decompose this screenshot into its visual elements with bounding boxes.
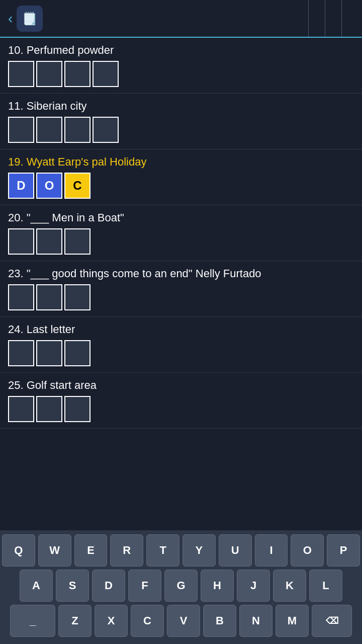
letter-box[interactable]: D [8,173,34,199]
clue-label: 11. Siberian city [8,100,354,113]
letter-box[interactable] [64,228,90,255]
letter-box[interactable] [64,396,90,422]
letter-boxes: DOC [8,173,354,199]
clue-item[interactable]: 19. Wyatt Earp's pal HolidayDOC [0,149,362,205]
keyboard-row: QWERTYUIOP [2,534,360,567]
key-d[interactable]: D [92,570,125,602]
letter-box[interactable]: C [64,173,90,199]
clue-item[interactable]: 20. "___ Men in a Boat" [0,205,362,261]
key-b[interactable]: B [203,605,236,637]
clue-label: 24. Last letter [8,323,354,336]
letter-box[interactable] [8,61,34,87]
clue-item[interactable]: 25. Golf start area [0,373,362,429]
letter-box[interactable] [36,396,62,422]
app-header: ‹ 🗒️ [0,0,362,38]
clue-item[interactable]: 10. Perfumed powder [0,38,362,94]
key-l[interactable]: L [309,570,342,602]
clue-label: 10. Perfumed powder [8,44,354,57]
grid-button[interactable] [325,0,341,37]
key-k[interactable]: K [273,570,306,602]
backspace-key[interactable]: ⌫ [312,605,352,637]
key-s[interactable]: S [56,570,89,602]
letter-box[interactable] [8,284,34,310]
key-o[interactable]: O [291,534,324,567]
keyboard: QWERTYUIOPASDFGHJKL_ZXCVBNM⌫ [0,530,362,644]
back-button[interactable]: ‹ [4,11,17,27]
key-u[interactable]: U [219,534,252,567]
letter-box[interactable] [8,228,34,255]
check-button[interactable] [308,0,325,37]
key-e[interactable]: E [74,534,108,567]
app-icon: 🗒️ [17,6,43,32]
letter-box[interactable] [8,340,34,366]
letter-boxes [8,396,354,422]
key-v[interactable]: V [167,605,200,637]
letter-box[interactable]: O [36,173,62,199]
key-j[interactable]: J [237,570,270,602]
letter-box[interactable] [36,284,62,310]
key-y[interactable]: Y [183,534,216,567]
key-t[interactable]: T [146,534,179,567]
clues-list: 10. Perfumed powder11. Siberian city19. … [0,38,362,530]
letter-box[interactable] [64,284,90,310]
clue-label: 19. Wyatt Earp's pal Holiday [8,155,354,169]
letter-box[interactable] [36,228,62,255]
letter-box[interactable] [93,117,119,143]
key-a[interactable]: A [20,570,53,602]
letter-box[interactable] [64,61,90,87]
clue-item[interactable]: 11. Siberian city [0,94,362,149]
key-z[interactable]: Z [58,605,92,637]
key-n[interactable]: N [239,605,273,637]
clue-label: 20. "___ Men in a Boat" [8,211,354,224]
key-w[interactable]: W [38,534,71,567]
letter-box[interactable] [64,117,90,143]
key-i[interactable]: I [255,534,288,567]
letter-boxes [8,117,354,143]
keyboard-row: _ZXCVBNM⌫ [2,605,360,637]
letter-box[interactable] [64,340,90,366]
letter-boxes [8,228,354,255]
letter-boxes [8,340,354,366]
letter-boxes [8,61,354,87]
letter-box[interactable] [36,61,62,87]
key-x[interactable]: X [95,605,128,637]
clue-item[interactable]: 23. "___ good things come to an end" Nel… [0,261,362,317]
key-c[interactable]: C [131,605,164,637]
clue-item[interactable]: 24. Last letter [0,317,362,373]
keyboard-row: ASDFGHJKL [2,570,360,602]
key-g[interactable]: G [164,570,198,602]
letter-box[interactable] [36,340,62,366]
reveal-button[interactable] [341,0,358,37]
key-m[interactable]: M [276,605,309,637]
letter-boxes [8,284,354,310]
key-q[interactable]: Q [2,534,35,567]
key-r[interactable]: R [110,534,143,567]
letter-box[interactable] [93,61,119,87]
letter-box[interactable] [8,396,34,422]
key-f[interactable]: F [128,570,161,602]
clue-label: 25. Golf start area [8,379,354,392]
clue-label: 23. "___ good things come to an end" Nel… [8,267,354,280]
letter-box[interactable] [36,117,62,143]
key-h[interactable]: H [201,570,234,602]
letter-box[interactable] [8,117,34,143]
space-key[interactable]: _ [10,605,55,637]
key-p[interactable]: P [327,534,360,567]
